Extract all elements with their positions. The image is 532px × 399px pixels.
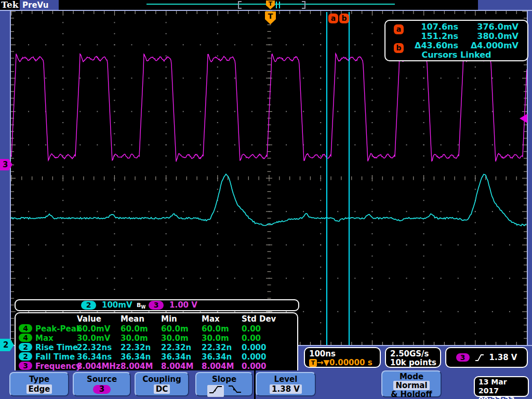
tek-logo: Tek [0,0,20,10]
sample-rate: 2.50GS/s [390,349,429,358]
record-trigger-flag-icon: T [266,1,275,9]
date: 13 Mar 2017 [478,378,528,395]
ch2-badge: 2 [81,301,96,310]
source-channel-badge: 3 [93,385,111,394]
record-cursor-a-tick [276,2,277,8]
trigger-source-button[interactable]: Source 3 [73,372,131,396]
falling-slope-icon [228,385,242,397]
trigger-arrow-icon: →▼ [317,358,329,367]
acquisition-mode-label: PreVu [22,0,48,10]
trigger-source-badge: 3 [456,353,470,362]
level-value: 1.38 V [270,384,302,394]
trigger-level-value: 1.38 V [489,353,517,362]
acquisition-status-box: 2.50GS/s 10k points [385,347,441,368]
trigger-position-readout: T→▼0.00000 s [309,358,373,367]
trigger-status-box: 3 1.38 V [445,347,528,368]
cursor-delta-volt: Δ4.000mV [453,41,518,50]
cursor-b-time: 151.2ns [385,31,458,41]
ch3-badge: 3 [149,301,164,310]
mode-value2: & Holdoff [382,390,441,398]
cursor-a-badge: a [328,14,338,23]
mode-value: Normal [393,381,429,390]
trigger-t-icon: T [309,359,317,367]
record-cursor-b-tick [279,2,280,8]
type-value: Edge [26,384,52,394]
oscilloscope-screen: Tek PreVu T a b T 3 2 a b 107.6ns 376.0m… [0,0,532,399]
col-header-min: Min [161,314,177,324]
horizontal-status-box: 100ns T→▼0.00000 s [304,347,381,368]
trigger-slope-button[interactable]: Slope [195,372,253,396]
window-bracket-left-icon [238,1,242,9]
trigger-mode-button[interactable]: Mode Normal & Holdoff [381,370,442,397]
col-header-value: Value [77,314,101,324]
date-time-box: 13 Mar 2017 09:27:23 [474,376,529,397]
trigger-level-button[interactable]: Level 1.38 V [256,372,316,396]
cursor-a-time: 107.6ns [385,22,458,32]
time: 09:27:23 [478,395,528,399]
cursor-b-line[interactable] [349,12,350,345]
trigger-type-button[interactable]: Type Edge [9,372,69,396]
timebase-value: 100ns [309,349,336,358]
cursor-a-volt: 376.0mV [453,22,518,32]
cursors-linked-label: Cursors Linked [385,50,527,60]
record-length: 10k points [390,358,436,367]
cursor-delta-time: Δ43.60ns [385,41,458,50]
measurement-table: Value Mean Min Max Std Dev 4 Peak-Peak60… [15,312,298,370]
right-display-edge [527,11,528,345]
ch2-scale-value: 100mV [102,300,132,310]
col-header-std: Std Dev [242,314,276,324]
trigger-level-arrow-icon[interactable] [520,114,527,123]
cursor-a-line[interactable] [326,12,327,345]
cursor-b-volt: 380.0mV [453,31,518,41]
col-header-mean: Mean [121,314,144,324]
rising-slope-icon [475,354,484,362]
coupling-value: DC [154,384,170,394]
col-header-max: Max [202,314,220,324]
record-view-strip: T [59,0,478,10]
left-display-edge [10,11,11,345]
cursor-readout-box: a b 107.6ns 376.0mV 151.2ns 380.0mV Δ43.… [384,20,528,61]
bandwidth-limit-icon: BW [137,301,145,312]
rising-slope-selected-icon [207,385,224,397]
window-bracket-right-icon [302,1,305,9]
cursor-b-badge: b [339,14,349,23]
ch3-scale-value: 1.00 V [169,300,197,310]
trigger-coupling-button[interactable]: Coupling DC [135,372,189,396]
channel-scale-bar: 2 100mV BW 3 1.00 V [15,299,299,311]
